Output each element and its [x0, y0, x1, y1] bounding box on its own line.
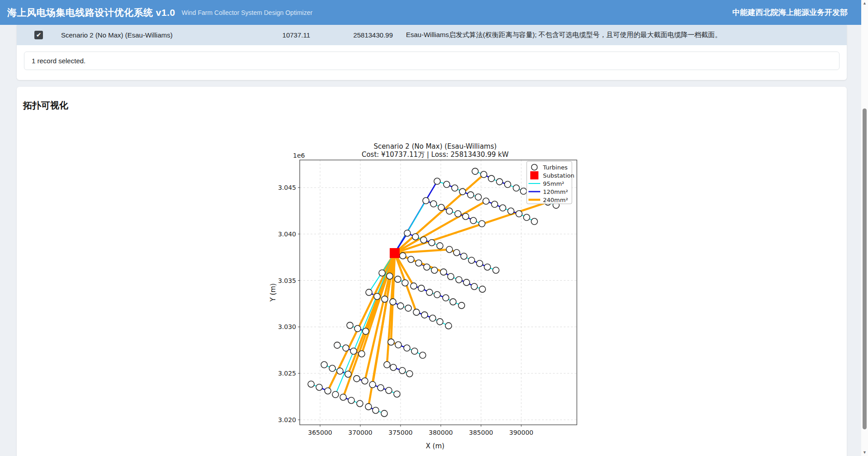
turbine-marker [408, 256, 414, 263]
substation-marker [390, 248, 400, 258]
chart-subtitle: Cost: ¥10737.11万 | Loss: 25813430.99 kW [362, 150, 509, 159]
turbine-marker [443, 181, 450, 188]
table-row[interactable]: ✔ Scenario 2 (No Max) (Esau-Williams) 10… [17, 25, 847, 45]
turbine-marker [421, 312, 428, 318]
turbine-marker [437, 243, 443, 249]
turbine-marker [377, 385, 384, 391]
vertical-scrollbar[interactable]: ▲ ▼ [861, 0, 868, 456]
turbine-marker [446, 208, 453, 214]
turbine-marker [325, 388, 331, 394]
turbine-marker [448, 273, 454, 280]
turbine-marker [461, 253, 467, 259]
y-tick-label: 3.040 [278, 230, 296, 238]
turbine-marker [491, 201, 498, 207]
x-tick-label: 380000 [429, 429, 453, 436]
turbine-marker [450, 299, 456, 305]
turbine-marker [357, 400, 363, 407]
chart-title: Scenario 2 (No Max) (Esau-Williams) [373, 142, 496, 150]
turbine-marker [387, 273, 393, 279]
turbine-marker [384, 362, 390, 368]
scroll-down-icon[interactable]: ▼ [861, 449, 868, 456]
y-tick-label: 3.020 [278, 416, 296, 423]
turbine-marker [354, 376, 360, 382]
turbine-marker [475, 194, 481, 200]
scrollbar-thumb[interactable] [863, 108, 867, 429]
turbine-marker [340, 394, 346, 400]
turbine-marker [472, 168, 478, 174]
turbine-marker [363, 328, 369, 334]
turbine-marker [471, 283, 477, 290]
turbine-marker [329, 365, 335, 371]
turbine-marker [390, 299, 396, 305]
turbine-marker [400, 253, 406, 259]
turbine-marker [332, 391, 339, 398]
turbine-marker [390, 364, 396, 371]
turbine-marker [531, 218, 538, 225]
turbine-marker [484, 264, 491, 270]
turbine-marker [337, 368, 343, 374]
turbine-marker [458, 302, 465, 309]
turbine-marker [468, 257, 475, 263]
turbine-marker [366, 289, 372, 296]
turbine-marker [381, 410, 387, 417]
turbine-marker [411, 348, 418, 354]
turbine-marker [413, 309, 420, 315]
turbine-marker [481, 171, 487, 178]
turbine-marker [500, 205, 506, 211]
scenario-checkbox[interactable]: ✔ [34, 31, 43, 39]
turbine-marker [394, 391, 400, 397]
turbine-marker [415, 260, 422, 266]
legend-turbine-icon [532, 165, 538, 170]
legend-substation-icon [530, 171, 538, 179]
turbine-marker [493, 267, 499, 273]
turbine-marker [399, 367, 406, 374]
turbine-marker [453, 249, 460, 256]
turbine-marker [434, 178, 440, 184]
turbine-marker [479, 221, 485, 227]
selection-note: 1 record selected. [24, 52, 840, 70]
cable-edge-240 [395, 174, 484, 253]
turbine-marker [420, 352, 426, 358]
turbine-marker [395, 342, 401, 348]
legend-label: 95mm² [543, 180, 564, 187]
turbine-marker [429, 240, 435, 246]
turbine-marker [438, 204, 444, 211]
turbine-marker [463, 279, 470, 286]
turbine-marker [354, 325, 361, 332]
turbine-marker [388, 339, 394, 345]
turbine-marker [496, 179, 503, 185]
turbine-marker [412, 234, 419, 240]
turbine-marker [369, 381, 376, 388]
turbine-marker [406, 371, 413, 377]
turbine-marker [420, 237, 427, 243]
turbine-marker [379, 270, 385, 276]
turbine-marker [443, 295, 449, 301]
app-header: 海上风电场集电线路设计优化系统 v1.0 Wind Farm Collector… [0, 0, 861, 25]
turbine-marker [470, 217, 476, 224]
scroll-up-icon[interactable]: ▲ [861, 0, 868, 7]
turbine-marker [374, 293, 380, 300]
turbine-marker [347, 322, 353, 329]
turbine-marker [452, 185, 458, 191]
x-tick-label: 375000 [388, 429, 412, 436]
turbine-marker [440, 269, 447, 275]
y-tick-label: 3.025 [278, 370, 296, 377]
turbine-marker [456, 277, 462, 283]
turbine-marker [455, 211, 461, 217]
turbine-marker [476, 260, 483, 267]
description-cell: Esau-Williams启发式算法(权衡距离与容量); 不包含可选电缆型号，且… [393, 31, 847, 39]
turbine-marker [410, 283, 417, 289]
turbine-marker [308, 381, 314, 387]
turbine-marker [430, 201, 437, 207]
turbine-marker [395, 276, 401, 282]
turbine-marker [405, 305, 411, 311]
turbine-marker [437, 319, 443, 325]
turbine-marker [431, 267, 438, 273]
topology-chart: 3650003700003750003800003850003900003.02… [269, 136, 585, 453]
x-tick-label: 365000 [308, 429, 332, 436]
turbine-marker [434, 291, 440, 298]
turbine-marker [462, 213, 469, 220]
turbine-marker [446, 246, 453, 253]
scenario-name-cell: Scenario 2 (No Max) (Esau-Williams) [43, 31, 237, 39]
turbine-marker [404, 230, 410, 236]
